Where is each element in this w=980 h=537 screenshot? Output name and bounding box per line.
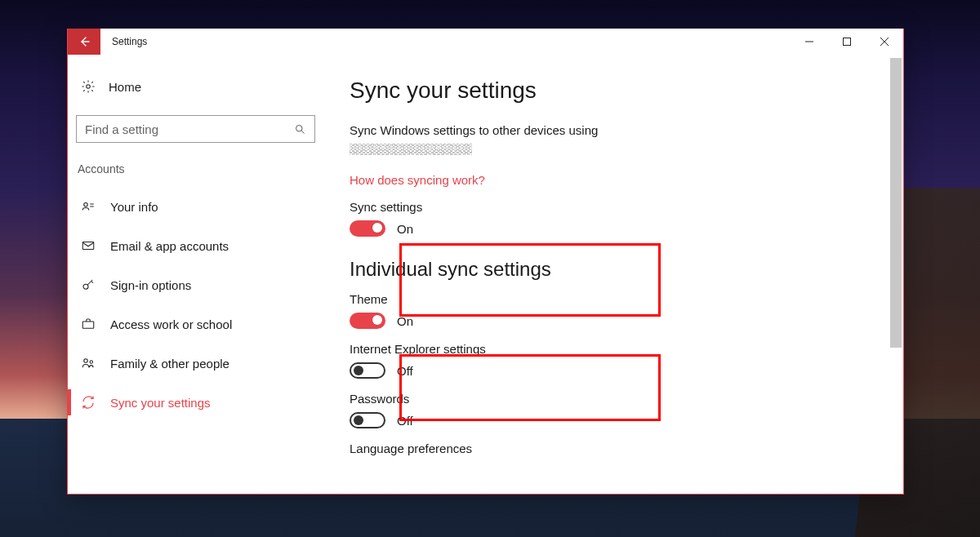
minimize-button[interactable] xyxy=(791,29,828,55)
sidebar-item-label: Family & other people xyxy=(110,357,229,371)
vertical-scrollbar[interactable] xyxy=(890,58,902,348)
sidebar-item-label: Access work or school xyxy=(110,317,232,331)
sidebar-item-signin-options[interactable]: Sign-in options xyxy=(76,265,333,304)
sidebar-item-sync-settings[interactable]: Sync your settings xyxy=(76,383,333,422)
passwords-toggle[interactable] xyxy=(350,412,385,428)
passwords-label: Passwords xyxy=(350,392,871,406)
sidebar-item-access-work-school[interactable]: Access work or school xyxy=(76,304,333,344)
svg-point-8 xyxy=(90,361,92,363)
passwords-block: Passwords Off xyxy=(350,392,871,428)
maximize-icon xyxy=(843,38,851,46)
passwords-state: Off xyxy=(397,414,413,428)
svg-point-5 xyxy=(83,284,88,289)
svg-rect-4 xyxy=(82,242,94,250)
sync-description: Sync Windows settings to other devices u… xyxy=(350,122,871,139)
sidebar-item-label: Email & app accounts xyxy=(110,239,229,253)
sync-icon xyxy=(81,395,96,410)
page-heading: Sync your settings xyxy=(350,78,871,104)
settings-window: Settings Home xyxy=(67,29,904,495)
svg-point-3 xyxy=(84,203,88,207)
search-placeholder: Find a setting xyxy=(85,122,287,136)
sync-settings-label: Sync settings xyxy=(350,200,871,214)
theme-block: Theme On xyxy=(350,292,871,329)
theme-toggle[interactable] xyxy=(350,313,385,329)
mail-icon xyxy=(81,238,96,253)
person-card-icon xyxy=(81,199,96,214)
sidebar: Home Find a setting Accounts Your info xyxy=(68,55,333,494)
svg-rect-0 xyxy=(844,38,851,46)
home-nav[interactable]: Home xyxy=(76,74,333,99)
search-icon xyxy=(294,123,306,135)
sidebar-item-label: Sync your settings xyxy=(110,396,211,410)
people-icon xyxy=(81,356,96,371)
theme-label: Theme xyxy=(350,292,871,306)
sidebar-section-label: Accounts xyxy=(76,162,333,187)
key-icon xyxy=(81,277,96,292)
account-email-redacted xyxy=(350,144,472,155)
ie-settings-block: Internet Explorer settings Off xyxy=(350,342,871,379)
main-content: Sync your settings Sync Windows settings… xyxy=(333,55,903,494)
briefcase-icon xyxy=(81,317,96,331)
svg-rect-6 xyxy=(82,322,94,328)
ie-settings-toggle[interactable] xyxy=(350,362,385,379)
close-icon xyxy=(880,38,889,46)
sidebar-item-label: Sign-in options xyxy=(110,278,191,292)
sync-settings-state: On xyxy=(397,222,413,236)
window-title: Settings xyxy=(100,29,158,55)
theme-state: On xyxy=(397,314,413,328)
minimize-icon xyxy=(805,38,813,46)
close-button[interactable] xyxy=(866,29,903,55)
ie-settings-label: Internet Explorer settings xyxy=(350,342,871,356)
arrow-left-icon xyxy=(78,35,91,48)
svg-point-1 xyxy=(87,85,91,89)
search-input[interactable]: Find a setting xyxy=(76,115,315,143)
sidebar-item-family[interactable]: Family & other people xyxy=(76,344,333,383)
sidebar-item-email-accounts[interactable]: Email & app accounts xyxy=(76,226,333,265)
language-preferences-label: Language preferences xyxy=(350,442,871,455)
maximize-button[interactable] xyxy=(828,29,866,55)
sidebar-item-your-info[interactable]: Your info xyxy=(76,187,333,226)
sidebar-item-label: Your info xyxy=(110,200,158,214)
back-button[interactable] xyxy=(68,29,100,55)
sidebar-nav: Your info Email & app accounts Sign-in o… xyxy=(76,187,333,422)
sync-settings-toggle[interactable] xyxy=(350,220,385,237)
title-bar: Settings xyxy=(68,29,903,55)
svg-point-2 xyxy=(296,125,303,131)
ie-settings-state: Off xyxy=(397,364,413,378)
svg-point-7 xyxy=(84,359,88,363)
gear-icon xyxy=(81,79,96,94)
individual-heading: Individual sync settings xyxy=(350,258,871,281)
sync-settings-block: Sync settings On xyxy=(350,200,871,237)
help-link[interactable]: How does syncing work? xyxy=(350,173,871,187)
home-label: Home xyxy=(109,80,141,94)
